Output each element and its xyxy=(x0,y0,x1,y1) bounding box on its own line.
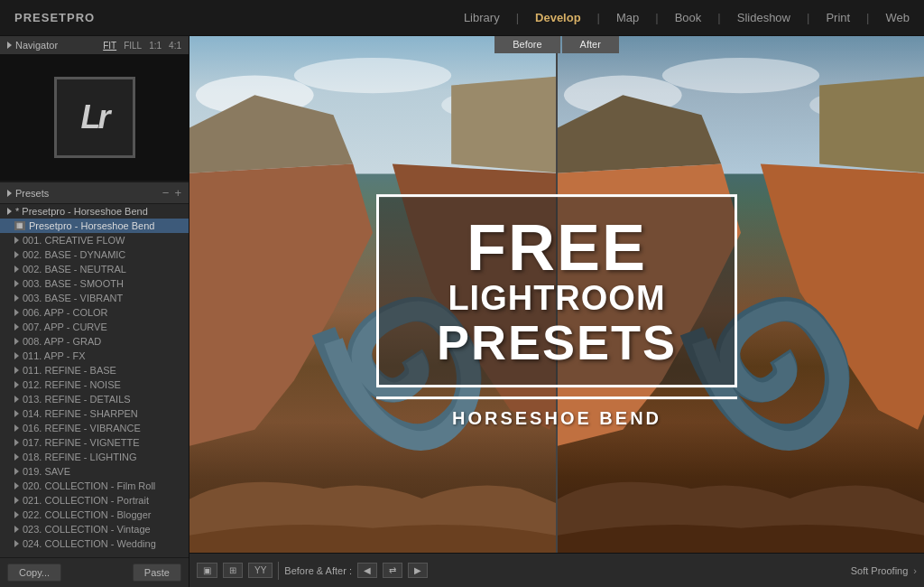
preset-list-item[interactable]: 023. COLLECTION - Vintage xyxy=(0,522,189,536)
preset-list-item[interactable]: 007. APP - CURVE xyxy=(0,320,189,334)
top-bar: PRESETPRO Library | Develop | Map | Book… xyxy=(0,0,924,36)
before-after-right-btn[interactable]: ▶ xyxy=(408,563,428,578)
preset-item-arrow xyxy=(14,511,19,518)
preset-list-item[interactable]: 021. COLLECTION - Portrait xyxy=(0,493,189,508)
svg-point-6 xyxy=(662,58,819,93)
presets-plus-btn[interactable]: + xyxy=(174,186,181,200)
preset-list-item[interactable]: 006. APP - COLOR xyxy=(0,305,189,320)
preset-item-arrow xyxy=(14,381,19,388)
nav-slideshow[interactable]: Slideshow xyxy=(737,11,790,24)
nav-print[interactable]: Print xyxy=(826,11,850,24)
preset-group-header[interactable]: * Presetpro - Horseshoe Bend xyxy=(0,204,189,219)
view-single-btn[interactable]: ▣ xyxy=(197,563,217,578)
preset-item-arrow xyxy=(14,251,19,258)
zoom-fill[interactable]: FILL xyxy=(124,41,142,51)
preset-group-toggle xyxy=(7,208,12,215)
preset-item-arrow xyxy=(14,526,19,533)
preset-items-list: 001. CREATIVE FLOW002. BASE - DYNAMIC002… xyxy=(0,233,189,551)
zoom-fit[interactable]: FIT xyxy=(103,41,116,51)
view-grid-btn[interactable]: ⊞ xyxy=(223,563,243,578)
preset-list-item[interactable]: 001. CREATIVE FLOW xyxy=(0,233,189,247)
preset-group-label: * Presetpro - Horseshoe Bend xyxy=(15,206,148,217)
preset-item-arrow xyxy=(14,280,19,287)
nav-library[interactable]: Library xyxy=(464,11,500,24)
left-sidebar: Navigator FIT FILL 1:1 4:1 Lr P xyxy=(0,36,189,587)
preset-list-item[interactable]: 011. REFINE - BASE xyxy=(0,363,189,377)
paste-button[interactable]: Paste xyxy=(133,564,181,582)
preset-list-item[interactable]: 003. BASE - SMOOTH xyxy=(0,276,189,291)
preset-list-item[interactable]: 012. REFINE - NOISE xyxy=(0,377,189,392)
preset-list-item[interactable]: 002. BASE - NEUTRAL xyxy=(0,262,189,276)
preset-list-item[interactable]: 019. SAVE xyxy=(0,464,189,479)
preset-item-arrow xyxy=(14,540,19,547)
preset-item-arrow xyxy=(14,410,19,417)
preset-list-item[interactable]: 017. REFINE - VIGNETTE xyxy=(0,435,189,450)
preset-item-arrow xyxy=(14,338,19,345)
preset-item-arrow xyxy=(14,482,19,489)
preset-list-item[interactable]: 011. APP - FX xyxy=(0,349,189,363)
preset-item-arrow xyxy=(14,497,19,504)
presets-minus-btn[interactable]: − xyxy=(162,186,170,200)
preset-list-item[interactable]: 003. BASE - VIBRANT xyxy=(0,291,189,305)
view-compare-btn[interactable]: YY xyxy=(248,563,273,578)
soft-proofing-label: Soft Proofing xyxy=(851,565,909,576)
preset-item-arrow xyxy=(14,352,19,359)
nav-book[interactable]: Book xyxy=(675,11,702,24)
preset-list-item[interactable]: 013. REFINE - DETAILS xyxy=(0,392,189,406)
presets-title: Presets xyxy=(15,188,49,199)
preset-item-arrow xyxy=(14,367,19,374)
navigator-zoom-options: FIT FILL 1:1 4:1 xyxy=(103,41,181,51)
preset-selected-item[interactable]: ▦ Presetpro - Horseshoe Bend xyxy=(0,219,189,233)
nav-develop[interactable]: Develop xyxy=(535,11,581,24)
navigator-title: Navigator xyxy=(15,40,58,51)
zoom-4to1[interactable]: 4:1 xyxy=(169,41,181,51)
toolbar-right-arrow-icon: › xyxy=(913,565,917,576)
preset-item-arrow xyxy=(14,424,19,432)
photo-display: FREE LIGHTROOM PRESETS HORSESHOE BEND xyxy=(189,36,924,587)
copy-button[interactable]: Copy... xyxy=(7,564,61,582)
before-after-label: Before & After : xyxy=(284,565,352,576)
before-tab[interactable]: Before xyxy=(494,36,559,53)
photo-before xyxy=(189,36,556,587)
preset-item-arrow xyxy=(14,439,19,446)
preset-item-arrow xyxy=(14,266,19,273)
preset-item-arrow xyxy=(14,468,19,475)
preset-list-item[interactable]: 018. REFINE - LIGHTING xyxy=(0,450,189,464)
navigator-toggle-icon[interactable] xyxy=(7,42,12,49)
nav-map[interactable]: Map xyxy=(616,11,639,24)
after-tab[interactable]: After xyxy=(562,36,619,53)
preset-list-item[interactable]: 022. COLLECTION - Blogger xyxy=(0,508,189,522)
presets-toggle-icon[interactable] xyxy=(7,190,12,197)
main-content: Navigator FIT FILL 1:1 4:1 Lr P xyxy=(0,36,924,587)
preset-list-item[interactable]: 016. REFINE - VIBRANCE xyxy=(0,421,189,435)
navigator-preview: Lr xyxy=(0,54,189,181)
before-after-left-btn[interactable]: ◀ xyxy=(357,563,377,578)
lr-logo: Lr xyxy=(54,77,135,158)
presets-header: Presets − + xyxy=(0,182,189,204)
top-nav: Library | Develop | Map | Book | Slidesh… xyxy=(464,11,910,24)
before-after-swap-btn[interactable]: ⇄ xyxy=(383,563,402,578)
navigator-panel: Navigator FIT FILL 1:1 4:1 Lr xyxy=(0,36,189,182)
before-after-tabs: Before After xyxy=(189,36,924,53)
preset-list-item[interactable]: 024. COLLECTION - Wedding xyxy=(0,536,189,551)
bottom-toolbar: ▣ ⊞ YY Before & After : ◀ ⇄ ▶ Soft Proof… xyxy=(189,553,924,587)
preset-icon: ▦ xyxy=(14,221,25,230)
photo-after xyxy=(558,36,924,587)
preset-item-arrow xyxy=(14,323,19,331)
photo-divider xyxy=(556,36,558,587)
photo-area: Before After xyxy=(189,36,924,587)
preset-item-arrow xyxy=(14,453,19,461)
nav-web[interactable]: Web xyxy=(886,11,910,24)
preset-selected-label: Presetpro - Horseshoe Bend xyxy=(29,220,154,231)
preset-list-item[interactable]: 008. APP - GRAD xyxy=(0,334,189,349)
preset-list-item[interactable]: 020. COLLECTION - Film Roll xyxy=(0,479,189,493)
preset-item-arrow xyxy=(14,309,19,316)
preset-item-arrow xyxy=(14,294,19,302)
preset-list-item[interactable]: 014. REFINE - SHARPEN xyxy=(0,406,189,421)
svg-point-2 xyxy=(294,58,451,93)
preset-item-arrow xyxy=(14,237,19,244)
presets-panel[interactable]: Presets − + * Presetpro - Horseshoe Bend… xyxy=(0,182,189,557)
preset-list-item[interactable]: 002. BASE - DYNAMIC xyxy=(0,247,189,262)
app-logo: PRESETPRO xyxy=(14,11,95,24)
zoom-1to1[interactable]: 1:1 xyxy=(149,41,162,51)
